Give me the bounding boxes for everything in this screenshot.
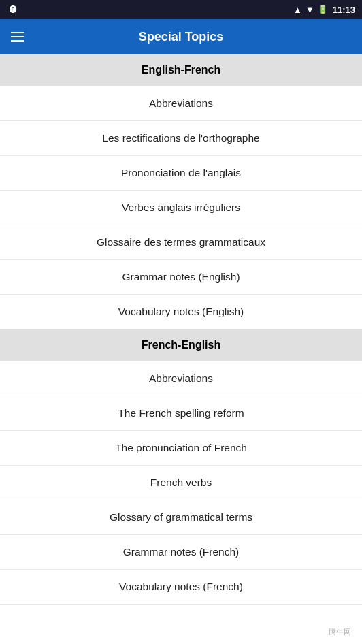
section-header-french-english: French-English — [0, 329, 362, 361]
battery-icon: 🔋 — [318, 5, 328, 14]
list-item-english-french-5[interactable]: Grammar notes (English) — [0, 260, 362, 295]
watermark-text: 腾牛网 — [329, 627, 351, 637]
status-bar-left: 🅐 — [10, 5, 17, 14]
signal-icon: ▲ — [293, 5, 302, 15]
list-item-french-english-4[interactable]: Glossary of grammatical terms — [0, 500, 362, 535]
list-item-french-english-5[interactable]: Grammar notes (French) — [0, 535, 362, 570]
list-item-french-english-1[interactable]: The French spelling reform — [0, 396, 362, 431]
list-item-french-english-3[interactable]: French verbs — [0, 466, 362, 500]
list-container: English-FrenchAbbreviationsLes rectifica… — [0, 54, 362, 605]
list-item-english-french-3[interactable]: Verbes anglais irréguliers — [0, 191, 362, 225]
wifi-icon: ▼ — [306, 5, 314, 15]
android-icon: 🅐 — [10, 5, 17, 14]
watermark-area: 腾牛网 — [0, 605, 362, 644]
list-item-english-french-1[interactable]: Les rectifications de l'orthographe — [0, 121, 362, 156]
menu-button[interactable] — [11, 32, 24, 42]
list-item-english-french-0[interactable]: Abbreviations — [0, 86, 362, 121]
list-item-english-french-6[interactable]: Vocabulary notes (English) — [0, 295, 362, 329]
list-item-french-english-6[interactable]: Vocabulary notes (French) — [0, 570, 362, 605]
status-bar-right: ▲ ▼ 🔋 11:13 — [293, 5, 355, 15]
time-display: 11:13 — [333, 5, 355, 15]
list-item-english-french-4[interactable]: Glossaire des termes grammaticaux — [0, 225, 362, 260]
list-item-french-english-2[interactable]: The pronunciation of French — [0, 431, 362, 466]
status-bar: 🅐 ▲ ▼ 🔋 11:13 — [0, 0, 362, 19]
list-item-french-english-0[interactable]: Abbreviations — [0, 361, 362, 396]
list-item-english-french-2[interactable]: Prononciation de l'anglais — [0, 156, 362, 191]
page-title: Special Topics — [35, 30, 327, 44]
top-bar: Special Topics — [0, 19, 362, 54]
section-header-english-french: English-French — [0, 54, 362, 86]
